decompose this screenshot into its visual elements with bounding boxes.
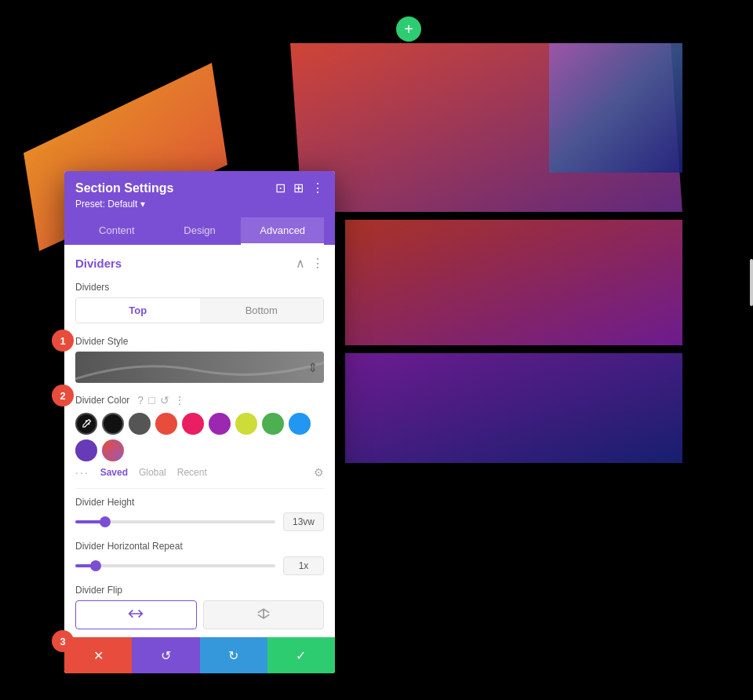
- step-badge-1: 1: [52, 330, 74, 352]
- scrollbar-thumb[interactable]: [750, 259, 753, 306]
- top-bottom-toggle: Top Bottom: [75, 297, 324, 323]
- divider-flip-label: Divider Flip: [75, 585, 324, 596]
- divider-repeat-label: Divider Horizontal Repeat: [75, 541, 324, 552]
- reset-color-icon[interactable]: ↺: [160, 394, 169, 407]
- divider-height-value[interactable]: 13vw: [283, 512, 324, 531]
- divider-height-field: Divider Height 13vw: [64, 492, 335, 536]
- swatch-gradient[interactable]: [102, 439, 124, 461]
- tab-content[interactable]: Content: [75, 217, 158, 245]
- color-swatches: [64, 410, 335, 465]
- svg-rect-5: [75, 352, 324, 383]
- divider-repeat-thumb[interactable]: [90, 560, 101, 571]
- dividers-label: Dividers: [75, 282, 324, 293]
- flip-horizontal-btn[interactable]: [75, 600, 197, 629]
- layout-icon[interactable]: ⊞: [293, 180, 304, 195]
- panel-title: Section Settings: [75, 181, 173, 195]
- divider-height-slider-row: 13vw: [75, 512, 324, 531]
- swatch-purple[interactable]: [209, 413, 231, 435]
- svg-marker-1: [290, 43, 682, 212]
- swatch-yellow[interactable]: [235, 413, 257, 435]
- color-settings-icon[interactable]: ⚙: [314, 466, 324, 479]
- color-more-dots[interactable]: ···: [75, 466, 89, 479]
- undo-icon: ↺: [161, 648, 171, 663]
- style-dropdown-arrow[interactable]: ⇕: [307, 360, 318, 375]
- cancel-button[interactable]: ✕: [64, 637, 132, 673]
- tab-advanced[interactable]: Advanced: [241, 217, 324, 245]
- swatch-red[interactable]: [155, 413, 177, 435]
- responsive-icon[interactable]: ⊡: [275, 180, 286, 195]
- bottom-button[interactable]: Bottom: [200, 298, 324, 323]
- color-more-icon[interactable]: ⋮: [174, 394, 185, 407]
- swatch-black[interactable]: [102, 413, 124, 435]
- plus-icon: +: [404, 20, 413, 38]
- add-section-button[interactable]: +: [396, 16, 421, 42]
- color-tab-global[interactable]: Global: [139, 467, 166, 478]
- panel-preset[interactable]: Preset: Default ▾: [75, 199, 324, 210]
- redo-icon: ↻: [228, 648, 238, 663]
- swatch-deep-purple[interactable]: [75, 439, 97, 461]
- svg-marker-2: [549, 43, 682, 173]
- swatch-blue[interactable]: [289, 413, 311, 435]
- divider-style-preview[interactable]: ⇕: [75, 352, 324, 383]
- step-badge-3: 3: [52, 630, 74, 652]
- divider-height-track[interactable]: [75, 520, 275, 523]
- save-button[interactable]: ✓: [267, 637, 335, 673]
- more-options-icon[interactable]: ⋮: [311, 180, 324, 195]
- divider-flip-field: Divider Flip: [64, 580, 335, 637]
- divider-color-label: Divider Color: [75, 395, 129, 406]
- divider-height-label: Divider Height: [75, 497, 324, 508]
- swatch-pink[interactable]: [182, 413, 204, 435]
- panel-tabs: Content Design Advanced: [75, 217, 324, 245]
- color-tab-saved[interactable]: Saved: [100, 467, 128, 478]
- undo-button[interactable]: ↺: [132, 637, 199, 673]
- eyedropper-btn[interactable]: [75, 413, 97, 435]
- flip-toggle-group: [75, 600, 324, 629]
- panel-header-top: Section Settings ⊡ ⊞ ⋮: [75, 180, 324, 195]
- swatch-dark[interactable]: [129, 413, 151, 435]
- panel-header: Section Settings ⊡ ⊞ ⋮ Preset: Default ▾…: [64, 171, 335, 245]
- panel-body: Dividers ∧ ⋮ Dividers Top Bottom Divider…: [64, 245, 335, 673]
- svg-marker-4: [345, 353, 682, 463]
- dividers-field: Dividers Top Bottom: [64, 277, 335, 328]
- step-badge-2: 2: [52, 385, 74, 407]
- divider-repeat-track[interactable]: [75, 564, 275, 567]
- svg-marker-3: [345, 220, 682, 345]
- dividers-section-title: Dividers: [75, 257, 122, 270]
- help-icon[interactable]: ?: [137, 394, 144, 407]
- cancel-icon: ✕: [93, 648, 104, 663]
- dividers-section-header: Dividers ∧ ⋮: [64, 245, 335, 277]
- separator: [75, 488, 324, 489]
- divider-repeat-value[interactable]: 1x: [283, 556, 324, 575]
- section-header-icons: ∧ ⋮: [296, 256, 324, 271]
- flip-vertical-btn[interactable]: [203, 600, 325, 629]
- save-icon: ✓: [296, 648, 306, 663]
- action-bar: ✕ ↺ ↻ ✓: [64, 637, 335, 673]
- redo-button[interactable]: ↻: [200, 637, 267, 673]
- divider-repeat-slider-row: 1x: [75, 556, 324, 575]
- color-tab-recent[interactable]: Recent: [177, 467, 207, 478]
- section-settings-panel: Section Settings ⊡ ⊞ ⋮ Preset: Default ▾…: [64, 171, 335, 673]
- swatch-green[interactable]: [262, 413, 284, 435]
- tab-design[interactable]: Design: [158, 217, 242, 245]
- collapse-icon[interactable]: ∧: [296, 256, 305, 271]
- color-tabs-row: ··· Saved Global Recent ⚙: [64, 465, 335, 485]
- section-more-icon[interactable]: ⋮: [311, 256, 324, 271]
- divider-style-field: Divider Style ⇕: [64, 331, 335, 388]
- panel-header-icons: ⊡ ⊞ ⋮: [275, 180, 324, 195]
- divider-style-label: Divider Style: [75, 336, 324, 347]
- divider-color-row: Divider Color ? □ ↺ ⋮: [64, 388, 335, 410]
- divider-repeat-field: Divider Horizontal Repeat 1x: [64, 536, 335, 580]
- copy-icon[interactable]: □: [148, 394, 155, 407]
- top-button[interactable]: Top: [76, 298, 200, 323]
- divider-height-thumb[interactable]: [100, 516, 111, 527]
- color-label-icons: ? □ ↺ ⋮: [137, 394, 184, 407]
